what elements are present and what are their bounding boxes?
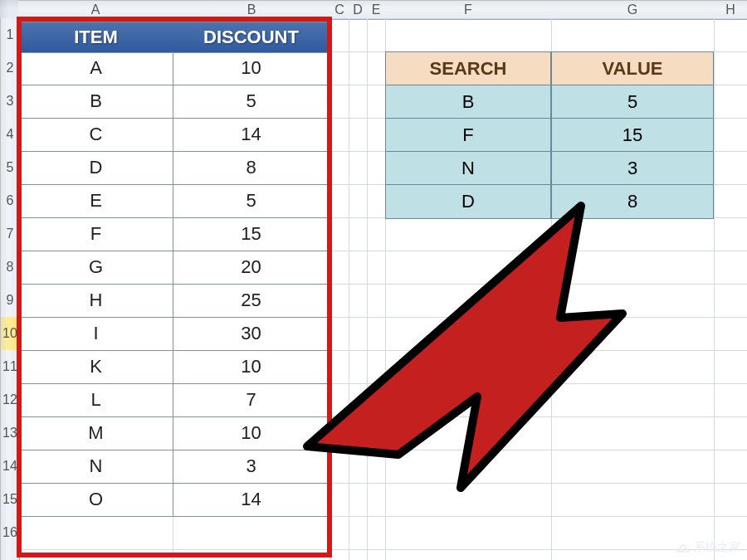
row-header-1[interactable]: 1 — [0, 18, 20, 52]
row-header-9[interactable]: 9 — [0, 284, 20, 318]
row-header-6[interactable]: 6 — [0, 184, 20, 218]
cell-discount[interactable]: 30 — [173, 317, 330, 351]
row-header-10[interactable]: 10 — [0, 317, 20, 351]
watermark: 系统之家 — [676, 540, 740, 555]
cell-discount[interactable]: 10 — [173, 350, 330, 384]
cell-value[interactable]: 8 — [551, 184, 714, 219]
cell-item[interactable]: L — [18, 383, 173, 417]
row-header-4[interactable]: 4 — [0, 118, 20, 152]
column-header-B[interactable]: B — [173, 0, 331, 20]
cell-value[interactable]: 5 — [551, 85, 714, 119]
cell-discount[interactable]: 15 — [173, 217, 330, 251]
cell-item[interactable]: O — [18, 483, 173, 517]
gridline-v — [367, 18, 368, 560]
cell-item[interactable]: A — [18, 51, 173, 85]
cell-item[interactable]: F — [18, 217, 173, 251]
row-header-16[interactable]: 16 — [0, 516, 20, 550]
cell-discount[interactable]: 3 — [173, 450, 330, 484]
lookup-header-search[interactable]: SEARCH — [385, 51, 551, 86]
cell-item[interactable]: N — [18, 450, 173, 484]
cell-search[interactable]: F — [385, 118, 551, 153]
select-all-corner[interactable] — [0, 0, 19, 19]
column-header-H[interactable]: H — [714, 0, 747, 20]
cell-item[interactable]: D — [18, 151, 173, 185]
row-header-5[interactable]: 5 — [0, 151, 20, 185]
cell-discount[interactable]: 20 — [173, 251, 330, 285]
main-header-discount[interactable]: DISCOUNT — [173, 22, 330, 53]
gridline-v — [349, 18, 349, 560]
row-header-12[interactable]: 12 — [0, 383, 20, 417]
cell-search[interactable]: N — [385, 151, 551, 186]
row-header-7[interactable]: 7 — [0, 217, 20, 251]
row-header-3[interactable]: 3 — [0, 85, 20, 119]
gridline-h — [18, 549, 747, 550]
cell-item[interactable]: M — [18, 416, 173, 450]
column-header-A[interactable]: A — [18, 0, 173, 20]
column-header-D[interactable]: D — [349, 0, 368, 20]
row-header-14[interactable]: 14 — [0, 450, 20, 484]
row-header-13[interactable]: 13 — [0, 416, 20, 450]
column-header-G[interactable]: G — [551, 0, 715, 20]
cell-discount[interactable]: 5 — [173, 184, 330, 218]
lookup-header-value[interactable]: VALUE — [551, 51, 714, 86]
cell-discount[interactable]: 8 — [173, 151, 330, 185]
cell-item[interactable]: I — [18, 317, 173, 351]
cell-discount[interactable]: 14 — [173, 483, 330, 517]
gridline-v — [714, 18, 715, 560]
cell-discount[interactable]: 25 — [173, 284, 330, 318]
gridline-h — [18, 18, 747, 19]
row-header-11[interactable]: 11 — [0, 350, 20, 384]
cell-item[interactable]: E — [18, 184, 173, 218]
row-header-8[interactable]: 8 — [0, 251, 20, 285]
column-header-F[interactable]: F — [385, 0, 552, 20]
row-header-15[interactable]: 15 — [0, 483, 20, 517]
cell-item[interactable]: C — [18, 118, 173, 152]
cell-item[interactable]: G — [18, 251, 173, 285]
column-header-C[interactable]: C — [330, 0, 349, 20]
cell-discount[interactable]: 10 — [173, 51, 330, 85]
cell-item[interactable]: B — [18, 85, 173, 119]
main-header-item[interactable]: ITEM — [18, 22, 173, 53]
gridline-v — [330, 18, 331, 560]
cell-value[interactable]: 15 — [551, 118, 714, 153]
cell-search[interactable]: B — [385, 85, 551, 119]
row-header-2[interactable]: 2 — [0, 51, 20, 85]
column-header-E[interactable]: E — [367, 0, 386, 20]
cell-discount[interactable]: 10 — [173, 416, 330, 450]
spreadsheet-grid[interactable]: ABCDEFGH123456789101112131415161718ITEMD… — [0, 0, 747, 560]
row-header-17[interactable]: 17 — [0, 549, 20, 560]
cell-search[interactable]: D — [385, 184, 551, 219]
cell-value[interactable]: 3 — [551, 151, 714, 186]
cell-item[interactable]: K — [18, 350, 173, 384]
cell-item[interactable]: H — [18, 284, 173, 318]
cell-discount[interactable]: 7 — [173, 383, 330, 417]
cell-discount[interactable]: 5 — [173, 85, 330, 119]
cell-discount[interactable]: 14 — [173, 118, 330, 152]
